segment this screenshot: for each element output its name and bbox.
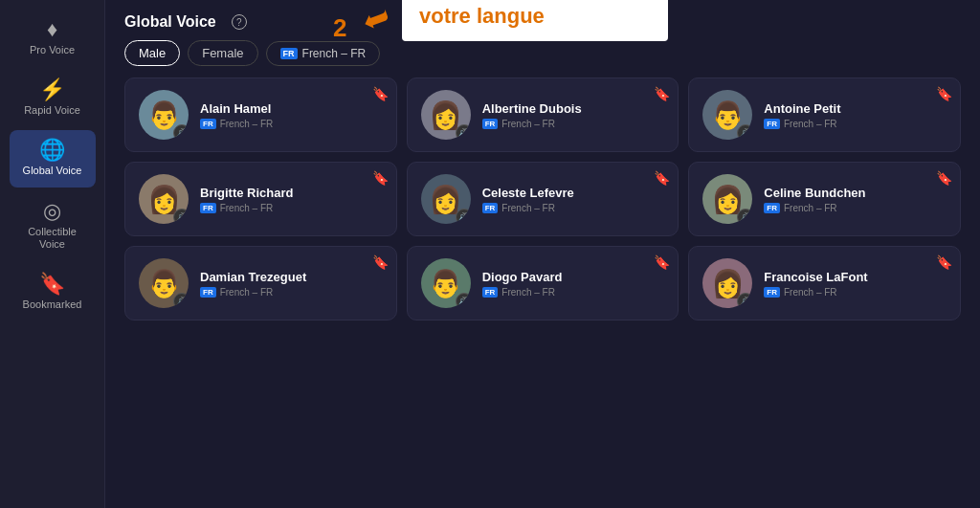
voice-name: Damian Trezeguet [200, 270, 383, 284]
voice-flag: FR [482, 119, 499, 129]
voice-grid: 👨 🔊 Alain Hamel FR French – FR 🔖 👩 🔊 Alb… [105, 77, 980, 508]
voice-flag: FR [482, 203, 499, 213]
voice-lang-label: French – FR [784, 203, 837, 213]
play-icon[interactable]: 🔊 [173, 124, 189, 140]
voice-card[interactable]: 👨 🔊 Diogo Pavard FR French – FR 🔖 [407, 246, 679, 320]
language-label: French – FR [302, 47, 367, 60]
avatar: 👩 🔊 [702, 174, 752, 224]
voice-name: Antoine Petit [764, 101, 947, 116]
filter-male-button[interactable]: Male [124, 40, 180, 66]
play-icon[interactable]: 🔊 [456, 293, 471, 308]
bookmark-button[interactable]: 🔖 [936, 86, 952, 101]
avatar: 👩 🔊 [421, 90, 471, 140]
filter-language-button[interactable]: FR French – FR [266, 41, 381, 66]
sidebar-item-label: Pro Voice [30, 44, 75, 56]
avatar: 👨 🔊 [139, 90, 189, 140]
voice-lang-label: French – FR [501, 203, 555, 213]
voice-flag: FR [200, 287, 216, 298]
bookmark-button[interactable]: 🔖 [372, 254, 389, 270]
bookmarked-icon: 🔖 [39, 274, 65, 295]
sidebar-item-bookmarked[interactable]: 🔖 Bookmarked [10, 264, 96, 320]
voice-card[interactable]: 👩 🔊 Celine Bundchen FR French – FR 🔖 [688, 162, 961, 236]
voice-lang: FR French – FR [200, 287, 383, 298]
voice-lang: FR French – FR [764, 287, 947, 298]
voice-name: Brigitte Richard [200, 186, 383, 200]
filter-bar: Male Female FR French – FR 2 ➦ Cliquez i… [105, 40, 980, 77]
play-icon[interactable]: 🔊 [173, 293, 189, 308]
voice-lang: FR French – FR [764, 119, 947, 129]
bookmark-button[interactable]: 🔖 [654, 170, 670, 186]
avatar: 👩 🔊 [702, 258, 752, 308]
avatar: 👩 🔊 [421, 174, 471, 224]
bookmark-button[interactable]: 🔖 [654, 86, 670, 101]
voice-info: Diogo Pavard FR French – FR [482, 270, 665, 298]
filter-female-button[interactable]: Female [188, 40, 257, 66]
play-icon[interactable]: 🔊 [737, 209, 752, 224]
voice-info: Antoine Petit FR French – FR [764, 101, 947, 129]
voice-info: Celeste Lefevre FR French – FR [482, 186, 665, 213]
rapid-voice-icon: ⚡ [39, 79, 65, 100]
voice-lang-label: French – FR [784, 287, 837, 298]
voice-flag: FR [200, 119, 216, 129]
sidebar-item-label: Global Voice [23, 165, 82, 177]
bookmark-button[interactable]: 🔖 [936, 170, 952, 186]
bookmark-button[interactable]: 🔖 [372, 170, 389, 186]
voice-card[interactable]: 👨 🔊 Damian Trezeguet FR French – FR 🔖 [124, 246, 397, 320]
voice-info: Celine Bundchen FR French – FR [764, 186, 947, 213]
voice-lang-label: French – FR [501, 287, 555, 298]
bookmark-button[interactable]: 🔖 [654, 254, 670, 270]
sidebar-item-global-voice[interactable]: 🌐 Global Voice 1 ➜ [10, 130, 96, 187]
voice-info: Brigitte Richard FR French – FR [200, 186, 383, 213]
play-icon[interactable]: 🔊 [737, 293, 752, 308]
voice-info: Albertine Dubois FR French – FR [482, 101, 665, 129]
voice-flag: FR [764, 119, 780, 129]
sidebar-item-rapid-voice[interactable]: ⚡ Rapid Voice [10, 70, 96, 126]
avatar: 👩 🔊 [139, 174, 189, 224]
bookmark-button[interactable]: 🔖 [372, 86, 389, 101]
sidebar-item-label: Bookmarked [23, 298, 82, 311]
sidebar-item-label: Rapid Voice [24, 104, 80, 117]
main-content: Global Voice ? Male Female FR French – F… [105, 0, 980, 508]
voice-card[interactable]: 👩 🔊 Celeste Lefevre FR French – FR 🔖 [407, 162, 679, 236]
voice-card[interactable]: 👨 🔊 Antoine Petit FR French – FR 🔖 [688, 77, 961, 152]
language-flag: FR [280, 48, 298, 59]
voice-lang-label: French – FR [220, 287, 274, 298]
bookmark-button[interactable]: 🔖 [936, 254, 952, 270]
sidebar-item-pro-voice[interactable]: ♦ Pro Voice [10, 10, 96, 66]
voice-lang-label: French – FR [784, 119, 837, 129]
sidebar-item-label: Collectible Voice [17, 226, 88, 251]
play-icon[interactable]: 🔊 [456, 124, 471, 140]
voice-lang-label: French – FR [501, 119, 555, 129]
play-icon[interactable]: 🔊 [173, 209, 189, 224]
voice-card[interactable]: 👩 🔊 Albertine Dubois FR French – FR 🔖 [407, 77, 679, 152]
voice-name: Alain Hamel [200, 101, 383, 116]
voice-flag: FR [200, 203, 216, 213]
page-title: Global Voice [124, 13, 216, 31]
voice-flag: FR [764, 203, 780, 213]
avatar: 👨 🔊 [421, 258, 471, 308]
avatar: 👨 🔊 [139, 258, 189, 308]
voice-flag: FR [764, 287, 780, 298]
voice-flag: FR [482, 287, 499, 298]
voice-card[interactable]: 👩 🔊 Brigitte Richard FR French – FR 🔖 [124, 162, 397, 236]
voice-lang: FR French – FR [764, 203, 947, 213]
avatar: 👨 🔊 [702, 90, 752, 140]
collectible-voice-icon: ◎ [43, 201, 61, 222]
sidebar-item-collectible-voice[interactable]: ◎ Collectible Voice [10, 191, 96, 260]
voice-name: Albertine Dubois [482, 101, 665, 116]
voice-name: Diogo Pavard [482, 270, 665, 284]
voice-name: Francoise LaFont [764, 270, 947, 284]
play-icon[interactable]: 🔊 [737, 124, 752, 140]
voice-info: Francoise LaFont FR French – FR [764, 270, 947, 298]
annotation-badge-2: 2 [333, 13, 346, 43]
help-icon[interactable]: ? [232, 14, 247, 30]
play-icon[interactable]: 🔊 [456, 209, 471, 224]
voice-card[interactable]: 👨 🔊 Alain Hamel FR French – FR 🔖 [124, 77, 397, 152]
voice-lang: FR French – FR [200, 203, 383, 213]
voice-lang: FR French – FR [200, 119, 383, 129]
voice-lang: FR French – FR [482, 287, 665, 298]
voice-card[interactable]: 👩 🔊 Francoise LaFont FR French – FR 🔖 [688, 246, 961, 320]
voice-lang-label: French – FR [220, 203, 274, 213]
annotation-tooltip: Cliquez ici pour choisir votre langue [402, 0, 668, 41]
voice-name: Celeste Lefevre [482, 186, 665, 200]
